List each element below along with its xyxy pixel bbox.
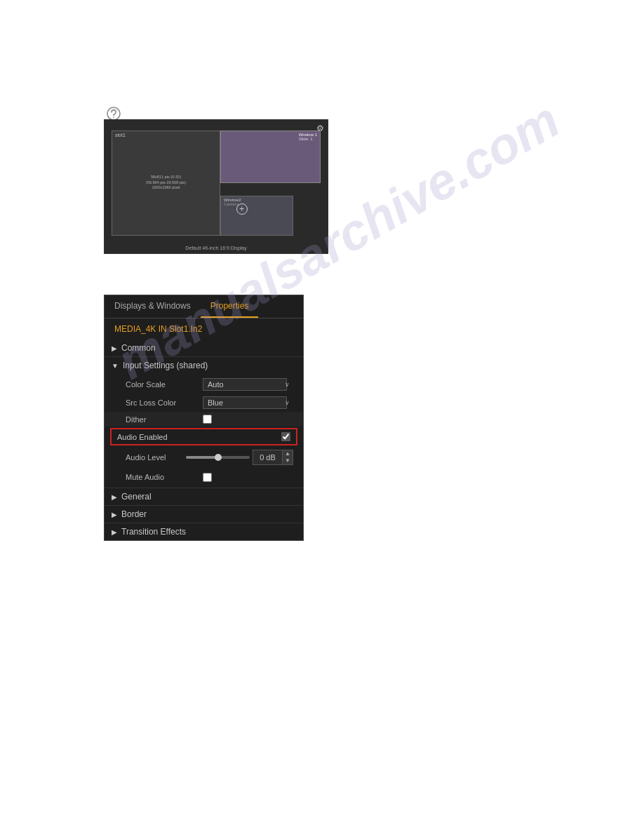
common-label: Common [121,343,156,353]
mute-audio-row: Mute Audio [105,468,303,486]
mute-audio-label: Mute Audio [126,473,203,481]
audio-level-label: Audio Level [126,453,182,462]
common-arrow-icon: ▶ [112,344,117,352]
db-spinners: ▲ ▼ [282,450,293,464]
source-path: MEDIA_4K IN Slot1.In2 [105,318,303,340]
src-loss-color-row: Src Loss Color Blue Black Green Grey [105,394,303,412]
slider-thumb[interactable] [215,454,222,461]
color-scale-select[interactable]: Auto Bypass HD SD [203,378,287,391]
input-settings-arrow-icon: ▼ [112,362,119,370]
section-transition-effects[interactable]: ▶ Transition Effects [105,523,303,540]
border-arrow-icon: ▶ [112,511,117,518]
audio-level-row: Audio Level 0 dB ▲ ▼ [105,447,303,468]
settings-content: Color Scale Auto Bypass HD SD Src Loss C… [105,374,303,488]
section-input-settings[interactable]: ▼ Input Settings (shared) [105,357,303,374]
audio-enabled-checkbox[interactable] [281,432,290,441]
preview-inner: ⚙ 56x811 pts (0-32) (56.994 pts-29.508 p… [105,120,328,253]
general-label: General [121,492,152,502]
mute-audio-checkbox[interactable] [203,473,212,482]
slot-window1: Window 1 Slide: 1 [220,130,321,183]
add-item-icon[interactable]: + [236,203,248,215]
dither-checkbox[interactable] [203,415,212,424]
src-loss-color-label: Src Loss Color [126,398,203,407]
db-increment-button[interactable]: ▲ [283,450,293,457]
audio-enabled-row: Audio Enabled [110,428,297,445]
display-preview: ⚙ 56x811 pts (0-32) (56.994 pts-29.508 p… [104,119,328,254]
section-general[interactable]: ▶ General [105,488,303,505]
src-loss-color-select[interactable]: Blue Black Green Grey [203,396,287,409]
db-decrement-button[interactable]: ▼ [283,457,293,464]
section-common[interactable]: ▶ Common [105,340,303,356]
preview-footer: Default 46-inch 16:9 Display [105,246,328,250]
color-scale-control[interactable]: Auto Bypass HD SD [203,378,293,391]
color-scale-row: Color Scale Auto Bypass HD SD [105,375,303,394]
db-value: 0 dB [253,452,282,463]
tab-properties[interactable]: Properties [201,295,259,318]
audio-level-slider-container: 0 dB ▲ ▼ [186,450,293,465]
src-loss-color-control[interactable]: Blue Black Green Grey [203,396,293,409]
tab-bar: Displays & Windows Properties [105,295,303,318]
transition-effects-label: Transition Effects [121,527,186,537]
tab-displays-windows[interactable]: Displays & Windows [105,295,201,318]
properties-panel: Displays & Windows Properties MEDIA_4K I… [104,295,304,541]
border-label: Border [121,509,147,519]
color-scale-label: Color Scale [126,380,203,389]
slot-window2: Window2 Camera [220,196,293,236]
general-arrow-icon: ▶ [112,493,117,501]
audio-enabled-label: Audio Enabled [117,433,281,441]
slot-window1-label: Window 1 Slide: 1 [299,133,317,141]
display-layout: 56x811 pts (0-32) (56.994 pts-29.508 pts… [112,130,321,236]
audio-level-slider[interactable] [186,456,250,459]
slot-main-info: 56x811 pts (0-32) (56.994 pts-29.508 pts… [146,175,186,191]
slot-main-label: slot1 [115,133,126,137]
transition-effects-arrow-icon: ▶ [112,528,117,536]
db-input-wrapper: 0 dB ▲ ▼ [253,450,293,465]
dither-row: Dither [105,412,303,427]
input-settings-label: Input Settings (shared) [123,361,208,370]
svg-point-0 [113,117,114,119]
slot-main: 56x811 pts (0-32) (56.994 pts-29.508 pts… [112,130,220,236]
dither-label: Dither [126,415,203,424]
section-border[interactable]: ▶ Border [105,506,303,523]
